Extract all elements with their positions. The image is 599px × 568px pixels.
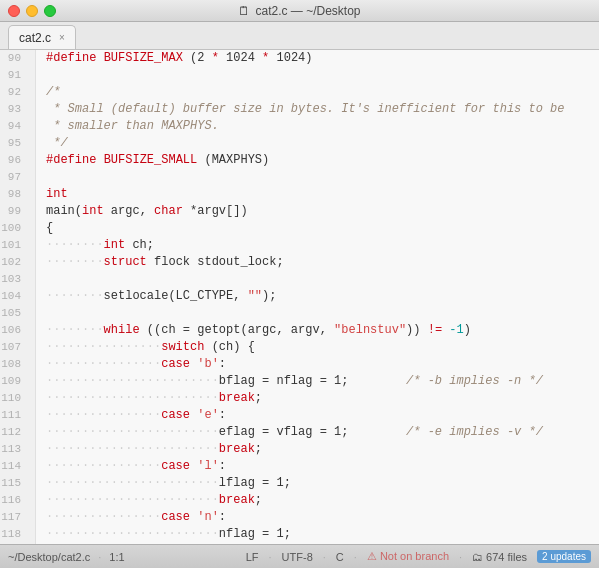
code-line: main(int argc, char *argv[]): [46, 203, 599, 220]
code-line: ················switch (ch) {: [46, 339, 599, 356]
encoding: UTF-8: [282, 551, 313, 563]
code-line: ························break;: [46, 492, 599, 509]
status-bar: ~/Desktop/cat2.c · 1:1 LF · UTF-8 · C · …: [0, 544, 599, 568]
line-number: 116: [0, 492, 27, 509]
code-line: [46, 271, 599, 288]
branch-label: Not on branch: [380, 550, 449, 562]
editor: 9091929394959697989910010110210310410510…: [0, 50, 599, 544]
line-number: 115: [0, 475, 27, 492]
line-number: 109: [0, 373, 27, 390]
line-numbers: 9091929394959697989910010110210310410510…: [0, 50, 36, 544]
code-line: ························nflag = 1;: [46, 526, 599, 543]
code-line: ········while ((ch = getopt(argc, argv, …: [46, 322, 599, 339]
line-number: 91: [0, 67, 27, 84]
line-number: 95: [0, 135, 27, 152]
line-number: 113: [0, 441, 27, 458]
code-line: ················case 'e':: [46, 407, 599, 424]
code-line: * smaller than MAXPHYS.: [46, 118, 599, 135]
code-line: ················case 'l':: [46, 458, 599, 475]
line-number: 96: [0, 152, 27, 169]
update-badge[interactable]: 2 updates: [537, 550, 591, 563]
line-number: 90: [0, 50, 27, 67]
code-line: #define BUFSIZE_SMALL (MAXPHYS): [46, 152, 599, 169]
code-line: ························lflag = 1;: [46, 475, 599, 492]
window-title: 🗒 cat2.c — ~/Desktop: [238, 4, 360, 18]
line-number: 105: [0, 305, 27, 322]
maximize-button[interactable]: [44, 5, 56, 17]
code-line: ························bflag = nflag = …: [46, 373, 599, 390]
line-number: 118: [0, 526, 27, 543]
code-line: [46, 305, 599, 322]
code-line: [46, 67, 599, 84]
code-line: ························break;: [46, 390, 599, 407]
line-number: 114: [0, 458, 27, 475]
traffic-lights: [8, 5, 56, 17]
close-button[interactable]: [8, 5, 20, 17]
status-left: ~/Desktop/cat2.c · 1:1: [8, 551, 125, 563]
files-icon: 🗂: [472, 551, 483, 563]
code-line: ········int ch;: [46, 237, 599, 254]
line-number: 112: [0, 424, 27, 441]
code-line: */: [46, 135, 599, 152]
code-line: /*: [46, 84, 599, 101]
filepath: ~/Desktop/cat2.c: [8, 551, 90, 563]
title-bar: 🗒 cat2.c — ~/Desktop: [0, 0, 599, 22]
line-number: 97: [0, 169, 27, 186]
line-number: 99: [0, 203, 27, 220]
status-right: LF · UTF-8 · C · ⚠ Not on branch · 🗂 674…: [246, 550, 591, 563]
code-line: ········setlocale(LC_CTYPE, "");: [46, 288, 599, 305]
code-content[interactable]: #define BUFSIZE_MAX (2 * 1024 * 1024)/* …: [36, 50, 599, 544]
code-line: ········struct flock stdout_lock;: [46, 254, 599, 271]
line-number: 101: [0, 237, 27, 254]
language: C: [336, 551, 344, 563]
file-count: 🗂 674 files: [472, 551, 527, 563]
minimize-button[interactable]: [26, 5, 38, 17]
line-number: 92: [0, 84, 27, 101]
tab-cat2[interactable]: cat2.c ×: [8, 25, 76, 49]
line-number: 100: [0, 220, 27, 237]
code-line: ················case 'n':: [46, 509, 599, 526]
line-number: 102: [0, 254, 27, 271]
line-number: 119: [0, 543, 27, 544]
code-line: [46, 169, 599, 186]
line-number: 108: [0, 356, 27, 373]
code-line: ························break;: [46, 543, 599, 544]
line-number: 94: [0, 118, 27, 135]
code-line: ························eflag = vflag = …: [46, 424, 599, 441]
line-number: 106: [0, 322, 27, 339]
line-number: 98: [0, 186, 27, 203]
window: 🗒 cat2.c — ~/Desktop cat2.c × 9091929394…: [0, 0, 599, 568]
tab-close-button[interactable]: ×: [59, 32, 65, 43]
files-count: 674 files: [486, 551, 527, 563]
code-line: ························break;: [46, 441, 599, 458]
tab-bar: cat2.c ×: [0, 22, 599, 50]
tab-label: cat2.c: [19, 31, 51, 45]
line-number: 110: [0, 390, 27, 407]
file-icon: 🗒: [238, 4, 250, 18]
line-number: 111: [0, 407, 27, 424]
code-line: * Small (default) buffer size in bytes. …: [46, 101, 599, 118]
line-number: 107: [0, 339, 27, 356]
cursor-position: 1:1: [109, 551, 124, 563]
code-line: ················case 'b':: [46, 356, 599, 373]
code-line: int: [46, 186, 599, 203]
branch-warning: ⚠ Not on branch: [367, 550, 449, 563]
line-number: 104: [0, 288, 27, 305]
line-number: 93: [0, 101, 27, 118]
branch-warn-icon: ⚠: [367, 550, 377, 562]
code-line: #define BUFSIZE_MAX (2 * 1024 * 1024): [46, 50, 599, 67]
line-number: 117: [0, 509, 27, 526]
line-ending: LF: [246, 551, 259, 563]
line-number: 103: [0, 271, 27, 288]
code-line: {: [46, 220, 599, 237]
